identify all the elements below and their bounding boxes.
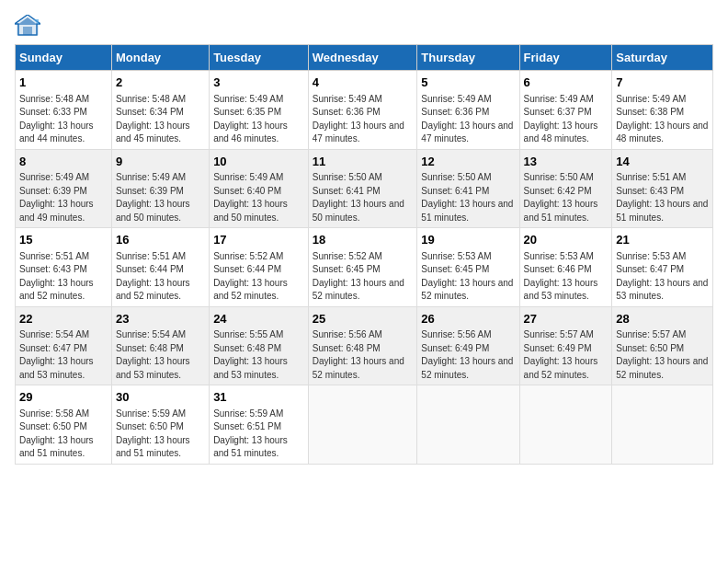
day-number: 2 [116,75,205,91]
page-header [15,15,713,37]
day-info: Sunrise: 5:59 AMSunset: 6:50 PMDaylight:… [116,408,190,459]
calendar-week-row: 1Sunrise: 5:48 AMSunset: 6:33 PMDaylight… [16,71,713,150]
calendar-cell: 27Sunrise: 5:57 AMSunset: 6:49 PMDayligh… [519,306,612,385]
day-number: 13 [524,154,609,170]
calendar-week-row: 29Sunrise: 5:58 AMSunset: 6:50 PMDayligh… [16,385,713,465]
day-number: 1 [19,75,108,91]
calendar-cell: 28Sunrise: 5:57 AMSunset: 6:50 PMDayligh… [612,306,713,385]
day-number: 26 [421,311,515,327]
calendar-cell: 6Sunrise: 5:49 AMSunset: 6:37 PMDaylight… [519,71,612,150]
day-number: 19 [421,232,515,248]
day-info: Sunrise: 5:49 AMSunset: 6:37 PMDaylight:… [524,94,598,144]
calendar-cell: 13Sunrise: 5:50 AMSunset: 6:42 PMDayligh… [519,149,612,228]
day-info: Sunrise: 5:54 AMSunset: 6:47 PMDaylight:… [19,329,94,380]
day-info: Sunrise: 5:57 AMSunset: 6:50 PMDaylight:… [616,329,708,380]
day-number: 9 [116,154,205,170]
day-info: Sunrise: 5:49 AMSunset: 6:36 PMDaylight:… [421,94,513,144]
calendar-cell: 14Sunrise: 5:51 AMSunset: 6:43 PMDayligh… [612,149,713,228]
calendar-cell: 2Sunrise: 5:48 AMSunset: 6:34 PMDaylight… [111,71,209,150]
calendar-week-row: 15Sunrise: 5:51 AMSunset: 6:43 PMDayligh… [16,228,713,307]
day-info: Sunrise: 5:51 AMSunset: 6:43 PMDaylight:… [19,251,94,302]
calendar-cell: 9Sunrise: 5:49 AMSunset: 6:39 PMDaylight… [111,149,209,228]
header-day: Monday [111,45,209,71]
day-number: 17 [213,232,304,248]
header-day: Tuesday [210,45,309,71]
calendar-cell: 21Sunrise: 5:53 AMSunset: 6:47 PMDayligh… [612,228,713,307]
day-info: Sunrise: 5:53 AMSunset: 6:46 PMDaylight:… [524,251,598,302]
day-info: Sunrise: 5:49 AMSunset: 6:39 PMDaylight:… [116,172,190,223]
calendar-cell: 1Sunrise: 5:48 AMSunset: 6:33 PMDaylight… [16,71,112,150]
header-row: SundayMondayTuesdayWednesdayThursdayFrid… [16,45,713,71]
calendar-table: SundayMondayTuesdayWednesdayThursdayFrid… [15,44,713,465]
calendar-cell [417,385,519,465]
calendar-cell: 30Sunrise: 5:59 AMSunset: 6:50 PMDayligh… [111,385,209,465]
calendar-cell: 29Sunrise: 5:58 AMSunset: 6:50 PMDayligh… [16,385,112,465]
day-number: 10 [213,154,304,170]
calendar-cell [612,385,713,465]
calendar-cell: 8Sunrise: 5:49 AMSunset: 6:39 PMDaylight… [16,149,112,228]
calendar-cell [308,385,417,465]
calendar-cell: 18Sunrise: 5:52 AMSunset: 6:45 PMDayligh… [308,228,417,307]
day-info: Sunrise: 5:48 AMSunset: 6:34 PMDaylight:… [116,94,190,144]
svg-rect-3 [23,27,32,35]
header-day: Wednesday [308,45,417,71]
day-number: 4 [313,75,414,91]
day-number: 18 [313,232,414,248]
calendar-cell: 25Sunrise: 5:56 AMSunset: 6:48 PMDayligh… [308,306,417,385]
calendar-cell: 19Sunrise: 5:53 AMSunset: 6:45 PMDayligh… [417,228,519,307]
day-number: 6 [524,75,609,91]
header-day: Friday [519,45,612,71]
day-info: Sunrise: 5:57 AMSunset: 6:49 PMDaylight:… [524,329,598,380]
day-info: Sunrise: 5:49 AMSunset: 6:36 PMDaylight:… [313,94,404,144]
day-info: Sunrise: 5:59 AMSunset: 6:51 PMDaylight:… [213,408,288,459]
day-number: 29 [19,389,108,406]
day-info: Sunrise: 5:56 AMSunset: 6:49 PMDaylight:… [421,329,513,380]
calendar-cell: 5Sunrise: 5:49 AMSunset: 6:36 PMDaylight… [417,71,519,150]
day-number: 27 [524,311,609,327]
calendar-cell: 20Sunrise: 5:53 AMSunset: 6:46 PMDayligh… [519,228,612,307]
day-number: 14 [616,154,709,170]
day-number: 28 [616,311,709,327]
day-info: Sunrise: 5:51 AMSunset: 6:44 PMDaylight:… [116,251,190,302]
day-number: 15 [19,232,108,248]
day-number: 24 [213,311,304,327]
day-number: 30 [116,389,205,406]
day-number: 20 [524,232,609,248]
calendar-cell: 31Sunrise: 5:59 AMSunset: 6:51 PMDayligh… [210,385,309,465]
day-number: 16 [116,232,205,248]
calendar-cell: 10Sunrise: 5:49 AMSunset: 6:40 PMDayligh… [210,149,309,228]
day-info: Sunrise: 5:56 AMSunset: 6:48 PMDaylight:… [313,329,404,380]
day-info: Sunrise: 5:49 AMSunset: 6:35 PMDaylight:… [213,94,288,144]
day-info: Sunrise: 5:49 AMSunset: 6:39 PMDaylight:… [19,172,94,223]
day-number: 21 [616,232,709,248]
day-info: Sunrise: 5:50 AMSunset: 6:41 PMDaylight:… [313,172,404,223]
day-info: Sunrise: 5:58 AMSunset: 6:50 PMDaylight:… [19,408,94,459]
day-number: 11 [313,154,414,170]
day-info: Sunrise: 5:50 AMSunset: 6:42 PMDaylight:… [524,172,598,223]
svg-marker-2 [17,17,38,25]
day-number: 3 [213,75,304,91]
header-day: Saturday [612,45,713,71]
day-info: Sunrise: 5:53 AMSunset: 6:47 PMDaylight:… [616,251,708,302]
day-info: Sunrise: 5:54 AMSunset: 6:48 PMDaylight:… [116,329,190,380]
day-info: Sunrise: 5:50 AMSunset: 6:41 PMDaylight:… [421,172,513,223]
calendar-cell: 23Sunrise: 5:54 AMSunset: 6:48 PMDayligh… [111,306,209,385]
day-info: Sunrise: 5:52 AMSunset: 6:44 PMDaylight:… [213,251,288,302]
day-info: Sunrise: 5:49 AMSunset: 6:40 PMDaylight:… [213,172,288,223]
calendar-week-row: 22Sunrise: 5:54 AMSunset: 6:47 PMDayligh… [16,306,713,385]
day-number: 22 [19,311,108,327]
day-number: 23 [116,311,205,327]
day-number: 8 [19,154,108,170]
calendar-cell: 17Sunrise: 5:52 AMSunset: 6:44 PMDayligh… [210,228,309,307]
calendar-cell: 11Sunrise: 5:50 AMSunset: 6:41 PMDayligh… [308,149,417,228]
day-number: 12 [421,154,515,170]
logo [15,15,44,37]
logo-icon [15,15,40,37]
calendar-cell: 12Sunrise: 5:50 AMSunset: 6:41 PMDayligh… [417,149,519,228]
day-number: 7 [616,75,709,91]
calendar-cell: 15Sunrise: 5:51 AMSunset: 6:43 PMDayligh… [16,228,112,307]
day-info: Sunrise: 5:53 AMSunset: 6:45 PMDaylight:… [421,251,513,302]
calendar-cell: 24Sunrise: 5:55 AMSunset: 6:48 PMDayligh… [210,306,309,385]
calendar-cell: 3Sunrise: 5:49 AMSunset: 6:35 PMDaylight… [210,71,309,150]
day-info: Sunrise: 5:48 AMSunset: 6:33 PMDaylight:… [19,94,94,144]
